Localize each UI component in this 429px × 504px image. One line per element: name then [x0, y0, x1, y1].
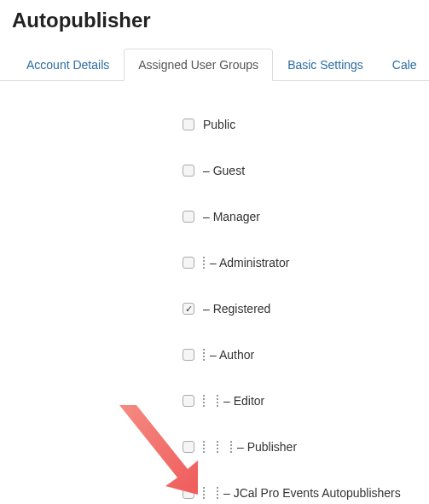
group-checkbox[interactable] — [183, 395, 194, 407]
tab-assigned-user-groups[interactable]: Assigned User Groups — [124, 49, 273, 81]
group-row: – Registered — [183, 286, 429, 332]
tab-label: Assigned User Groups — [138, 58, 258, 72]
group-row: – Manager — [183, 194, 429, 240]
group-label: – Author — [210, 348, 254, 362]
user-group-list: Public– Guest– Manager– Administrator– R… — [0, 81, 429, 504]
indent-marks — [203, 441, 232, 453]
tab-label: Basic Settings — [287, 58, 363, 72]
indent-mark-icon — [203, 487, 205, 499]
group-label: – Publisher — [237, 440, 297, 454]
indent-mark-icon — [203, 441, 205, 453]
page-title: Autopublisher — [0, 0, 429, 48]
indent-marks — [203, 257, 205, 269]
group-row: Public — [183, 101, 429, 148]
indent-mark-icon — [217, 441, 218, 453]
group-row: – Editor — [183, 378, 429, 424]
group-label: – Manager — [203, 210, 260, 223]
indent-mark-icon — [203, 395, 205, 407]
group-row: – Administrator — [183, 240, 429, 286]
tabs: Account DetailsAssigned User GroupsBasic… — [0, 48, 429, 81]
group-label: Public — [203, 118, 235, 131]
indent-marks — [203, 487, 218, 499]
group-checkbox[interactable] — [183, 165, 194, 177]
group-checkbox[interactable] — [183, 119, 194, 130]
group-checkbox[interactable] — [183, 211, 194, 223]
group-row: – Author — [183, 332, 429, 378]
group-checkbox[interactable] — [183, 349, 194, 361]
indent-mark-icon — [217, 395, 218, 407]
tab-label: Cale — [392, 58, 417, 72]
indent-mark-icon — [230, 441, 232, 453]
tab-cale[interactable]: Cale — [378, 49, 429, 81]
group-label: – Guest — [203, 164, 245, 177]
group-label: – Administrator — [210, 256, 289, 269]
tab-basic-settings[interactable]: Basic Settings — [273, 49, 378, 81]
indent-marks — [203, 395, 218, 407]
group-checkbox[interactable] — [183, 303, 194, 315]
group-label: – JCal Pro Events Autopublishers — [223, 486, 401, 500]
group-checkbox[interactable] — [183, 257, 194, 269]
indent-marks — [203, 349, 205, 361]
indent-mark-icon — [217, 487, 218, 499]
tab-account-details[interactable]: Account Details — [12, 49, 124, 81]
group-checkbox[interactable] — [183, 487, 194, 499]
group-row: – Guest — [183, 148, 429, 194]
group-label: – Editor — [223, 394, 264, 408]
group-label: – Registered — [203, 302, 270, 316]
indent-mark-icon — [203, 349, 205, 361]
tab-label: Account Details — [26, 58, 109, 72]
group-checkbox[interactable] — [183, 441, 194, 453]
group-row: – Publisher — [183, 424, 429, 470]
group-row: – JCal Pro Events Autopublishers — [183, 470, 429, 504]
indent-mark-icon — [203, 257, 205, 269]
